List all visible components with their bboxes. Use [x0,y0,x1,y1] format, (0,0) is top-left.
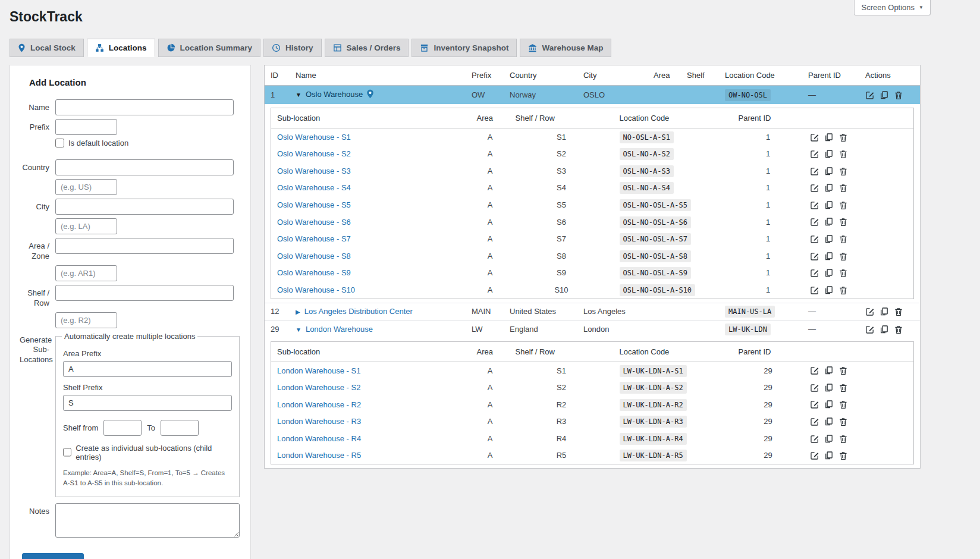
sub-location-name-link[interactable]: Oslo Warehouse - S7 [277,234,351,243]
tab-history[interactable]: History [263,39,322,57]
sub-location-name-link[interactable]: London Warehouse - R3 [277,417,361,426]
city-code-input[interactable] [55,218,117,234]
sub-location-name-link[interactable]: Oslo Warehouse - S10 [277,285,355,294]
sub-location-name-link[interactable]: London Warehouse - R4 [277,434,361,443]
sub-location-name-link[interactable]: Oslo Warehouse - S6 [277,218,351,227]
name-input[interactable] [55,99,234,115]
edit-icon[interactable] [865,307,875,316]
edit-icon[interactable] [810,285,819,295]
trash-icon[interactable] [838,167,848,176]
sub-location-name-link[interactable]: London Warehouse - S2 [277,383,360,392]
trash-icon[interactable] [838,366,848,375]
edit-icon[interactable] [810,417,819,426]
edit-icon[interactable] [810,217,819,227]
tab-locations[interactable]: Locations [87,39,155,57]
edit-icon[interactable] [810,234,819,244]
screen-options-button[interactable]: Screen Options ▼ [854,0,931,15]
sub-location-name-link[interactable]: Oslo Warehouse - S3 [277,167,351,175]
edit-icon[interactable] [810,268,819,278]
trash-icon[interactable] [838,417,848,426]
edit-icon[interactable] [810,183,819,193]
copy-icon[interactable] [824,383,834,392]
shelf-prefix-input[interactable] [63,395,232,411]
individual-sublocations-checkbox[interactable] [63,448,71,457]
tab-location-summary[interactable]: Location Summary [158,39,261,57]
country-input[interactable] [55,159,234,175]
trash-icon[interactable] [838,451,848,460]
copy-icon[interactable] [824,167,834,176]
trash-icon[interactable] [838,383,848,392]
area-prefix-input[interactable] [63,361,232,377]
copy-icon[interactable] [824,434,834,444]
sub-location-name-link[interactable]: Oslo Warehouse - S8 [277,252,351,260]
trash-icon[interactable] [838,200,848,210]
copy-icon[interactable] [824,285,834,295]
sub-location-name-link[interactable]: London Warehouse - R5 [277,451,361,460]
copy-icon[interactable] [880,90,889,100]
trash-icon[interactable] [894,90,903,100]
copy-icon[interactable] [880,325,889,334]
sub-location-name-link[interactable]: Oslo Warehouse - S9 [277,268,351,277]
shelf-from-input[interactable] [103,420,142,436]
sub-location-name-link[interactable]: London Warehouse - R2 [277,400,361,409]
location-name-link[interactable]: London Warehouse [306,325,373,334]
copy-icon[interactable] [824,400,834,409]
copy-icon[interactable] [824,252,834,261]
add-location-button[interactable]: Add Location [22,553,84,559]
copy-icon[interactable] [824,451,834,460]
city-input[interactable] [55,199,234,215]
trash-icon[interactable] [838,252,848,261]
trash-icon[interactable] [894,307,903,316]
copy-icon[interactable] [824,183,834,193]
edit-icon[interactable] [865,325,875,334]
tab-inventory-snapshot[interactable]: Inventory Snapshot [412,39,517,57]
edit-icon[interactable] [810,167,819,176]
edit-icon[interactable] [810,366,819,375]
sub-location-name-link[interactable]: Oslo Warehouse - S1 [277,133,351,142]
shelf-code-input[interactable] [55,312,117,328]
copy-icon[interactable] [824,217,834,227]
sub-location-name-link[interactable]: Oslo Warehouse - S5 [277,200,351,209]
trash-icon[interactable] [838,285,848,295]
trash-icon[interactable] [838,234,848,244]
copy-icon[interactable] [824,200,834,210]
edit-icon[interactable] [865,90,875,100]
trash-icon[interactable] [838,183,848,193]
edit-icon[interactable] [810,383,819,392]
default-location-checkbox-row[interactable]: Is default location [55,139,128,147]
edit-icon[interactable] [810,149,819,159]
sub-location-name-link[interactable]: Oslo Warehouse - S2 [277,149,351,158]
trash-icon[interactable] [894,325,903,334]
trash-icon[interactable] [838,149,848,159]
edit-icon[interactable] [810,434,819,444]
shelf-to-input[interactable] [161,420,199,436]
copy-icon[interactable] [824,234,834,244]
area-code-input[interactable] [55,265,117,281]
sub-location-name-link[interactable]: Oslo Warehouse - S4 [277,183,351,192]
copy-icon[interactable] [824,366,834,375]
copy-icon[interactable] [824,417,834,426]
location-name-link[interactable]: Oslo Warehouse [306,90,363,99]
collapse-toggle-icon[interactable]: ▼ [296,92,301,98]
trash-icon[interactable] [838,217,848,227]
trash-icon[interactable] [838,268,848,278]
tab-local-stock[interactable]: Local Stock [10,39,84,57]
location-name-link[interactable]: Los Angeles Distribution Center [304,307,413,316]
default-location-checkbox[interactable] [55,139,64,147]
edit-icon[interactable] [810,200,819,210]
copy-icon[interactable] [824,133,834,142]
edit-icon[interactable] [810,133,819,142]
copy-icon[interactable] [880,307,889,316]
trash-icon[interactable] [838,400,848,409]
tab-sales-orders[interactable]: Sales / Orders [325,39,409,57]
shelf-row-input[interactable] [55,285,234,301]
notes-textarea[interactable] [55,503,240,538]
area-zone-input[interactable] [55,238,234,254]
edit-icon[interactable] [810,451,819,460]
tab-warehouse-map[interactable]: Warehouse Map [520,39,611,57]
sub-location-name-link[interactable]: London Warehouse - S1 [277,366,360,375]
expand-toggle-icon[interactable]: ▶ [296,309,300,315]
edit-icon[interactable] [810,252,819,261]
country-code-input[interactable] [55,179,117,195]
copy-icon[interactable] [824,268,834,278]
